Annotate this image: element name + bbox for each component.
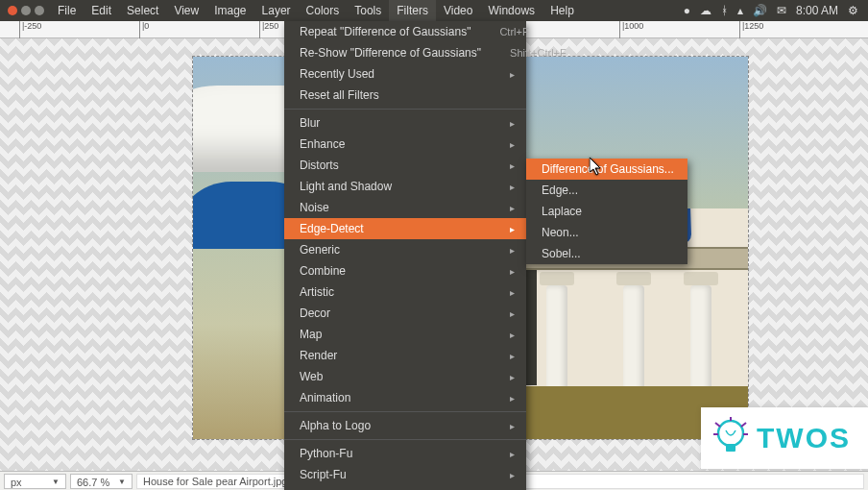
submenu-item[interactable]: Difference of Gaussians... <box>526 159 687 180</box>
submenu-item-label: Edge... <box>542 184 578 197</box>
menu-item-label: Reset all Filters <box>300 88 379 102</box>
menu-item[interactable]: Edge-Detect▸ <box>284 218 526 239</box>
menu-item-label: Enhance <box>300 137 345 151</box>
menubar-item-help[interactable]: Help <box>542 0 582 21</box>
menubar-item-tools[interactable]: Tools <box>347 0 389 21</box>
svg-line-2 <box>715 423 720 427</box>
menu-item[interactable]: Split Video into Frames▸ <box>284 485 526 490</box>
menu-item-label: Script-Fu <box>300 468 347 481</box>
submenu-arrow-icon: ▸ <box>487 351 515 361</box>
submenu-arrow-icon: ▸ <box>487 69 515 80</box>
submenu-arrow-icon: ▸ <box>487 203 515 213</box>
menu-item[interactable]: Recently Used▸ <box>284 63 526 85</box>
network-icon[interactable]: ▴ <box>737 4 743 17</box>
watermark: TWOS <box>701 407 868 469</box>
menubar-item-video[interactable]: Video <box>436 0 480 21</box>
svg-line-3 <box>741 423 746 427</box>
submenu-item[interactable]: Edge... <box>526 180 687 201</box>
submenu-arrow-icon: ▸ <box>487 182 515 192</box>
menubar: FileEditSelectViewImageLayerColorsToolsF… <box>0 0 868 21</box>
menu-item[interactable]: Re-Show "Difference of Gaussians"Shift+C… <box>284 42 526 63</box>
menu-item-label: Noise <box>300 201 329 214</box>
zoom-selector[interactable]: 66.7 %▼ <box>70 474 133 489</box>
close-dot[interactable] <box>8 6 17 15</box>
menu-item[interactable]: Noise▸ <box>284 197 526 218</box>
menu-item-label: Animation <box>300 391 350 404</box>
submenu-item-label: Sobel... <box>542 247 581 260</box>
menu-item[interactable]: Python-Fu▸ <box>284 443 526 464</box>
menubar-item-colors[interactable]: Colors <box>299 0 348 21</box>
menubar-item-select[interactable]: Select <box>119 0 166 21</box>
edge-detect-submenu: Difference of Gaussians...Edge...Laplace… <box>526 159 687 264</box>
menu-item[interactable]: Artistic▸ <box>284 282 526 303</box>
menu-item[interactable]: Animation▸ <box>284 387 526 408</box>
clock[interactable]: 8:00 AM <box>796 4 838 17</box>
submenu-item-label: Difference of Gaussians... <box>542 162 674 176</box>
ruler-tick: |1250 <box>739 21 763 38</box>
submenu-item[interactable]: Neon... <box>526 222 687 243</box>
mail-icon[interactable]: ✉ <box>777 4 786 17</box>
menu-item[interactable]: Web▸ <box>284 366 526 387</box>
submenu-arrow-icon: ▸ <box>487 308 515 319</box>
gear-icon[interactable]: ⚙ <box>848 4 858 17</box>
menu-item[interactable]: Reset all Filters <box>284 85 526 106</box>
menubar-item-view[interactable]: View <box>166 0 206 21</box>
menu-item[interactable]: Render▸ <box>284 345 526 366</box>
menu-item[interactable]: Combine▸ <box>284 260 526 282</box>
menu-item[interactable]: Decor▸ <box>284 303 526 324</box>
menu-item[interactable]: Blur▸ <box>284 112 526 134</box>
submenu-arrow-icon: ▸ <box>487 449 515 459</box>
submenu-arrow-icon: ▸ <box>487 372 515 382</box>
menu-item[interactable]: Script-Fu▸ <box>284 464 526 485</box>
submenu-item-label: Laplace <box>542 205 582 218</box>
menu-item-label: Light and Shadow <box>300 180 392 193</box>
menu-separator <box>284 109 526 110</box>
ruler-tick: |250 <box>259 21 278 38</box>
menu-item-label: Repeat "Difference of Gaussians" <box>300 25 470 38</box>
menu-item-label: Map <box>300 328 322 341</box>
menu-item[interactable]: Map▸ <box>284 324 526 345</box>
submenu-arrow-icon: ▸ <box>487 245 515 256</box>
submenu-item[interactable]: Laplace <box>526 201 687 222</box>
menubar-item-layer[interactable]: Layer <box>254 0 299 21</box>
menubar-item-windows[interactable]: Windows <box>480 0 542 21</box>
lightbulb-icon <box>712 417 749 459</box>
menu-item-label: Alpha to Logo <box>300 419 371 432</box>
menubar-item-file[interactable]: File <box>50 0 84 21</box>
menu-separator <box>284 411 526 412</box>
submenu-arrow-icon: ▸ <box>487 287 515 298</box>
cloud-icon[interactable]: ☁ <box>700 4 711 17</box>
bluetooth-icon[interactable]: ᚼ <box>721 4 728 17</box>
menu-item[interactable]: Generic▸ <box>284 239 526 260</box>
menubar-item-edit[interactable]: Edit <box>84 0 119 21</box>
menu-item[interactable]: Distorts▸ <box>284 155 526 176</box>
menubar-item-filters[interactable]: Filters <box>389 0 436 21</box>
menu-item-label: Generic <box>300 243 340 257</box>
submenu-item[interactable]: Sobel... <box>526 243 687 264</box>
submenu-arrow-icon: ▸ <box>487 330 515 340</box>
menu-item-label: Python-Fu <box>300 447 352 460</box>
system-tray: ● ☁ ᚼ ▴ 🔊 ✉ 8:00 AM ⚙ <box>684 4 868 17</box>
menubar-item-image[interactable]: Image <box>206 0 253 21</box>
menu-item[interactable]: Light and Shadow▸ <box>284 176 526 197</box>
submenu-arrow-icon: ▸ <box>487 393 515 404</box>
submenu-arrow-icon: ▸ <box>487 224 515 234</box>
menu-separator <box>284 439 526 440</box>
record-icon[interactable]: ● <box>684 4 690 17</box>
menu-item[interactable]: Alpha to Logo▸ <box>284 415 526 436</box>
submenu-arrow-icon: ▸ <box>487 470 515 480</box>
window-controls <box>8 6 44 15</box>
volume-icon[interactable]: 🔊 <box>753 4 767 17</box>
menu-item[interactable]: Enhance▸ <box>284 134 526 155</box>
menu-item-accelerator: Ctrl+F <box>470 26 528 37</box>
menu-item[interactable]: Repeat "Difference of Gaussians"Ctrl+F <box>284 21 526 42</box>
max-dot[interactable] <box>35 6 44 15</box>
min-dot[interactable] <box>21 6 31 15</box>
watermark-text: TWOS <box>757 422 851 454</box>
menu-item-label: Render <box>300 349 337 362</box>
submenu-arrow-icon: ▸ <box>487 421 515 431</box>
menu-item-label: Web <box>300 370 323 383</box>
menu-item-label: Decor <box>300 306 330 320</box>
unit-selector[interactable]: px▼ <box>4 474 66 489</box>
submenu-arrow-icon: ▸ <box>487 139 515 150</box>
